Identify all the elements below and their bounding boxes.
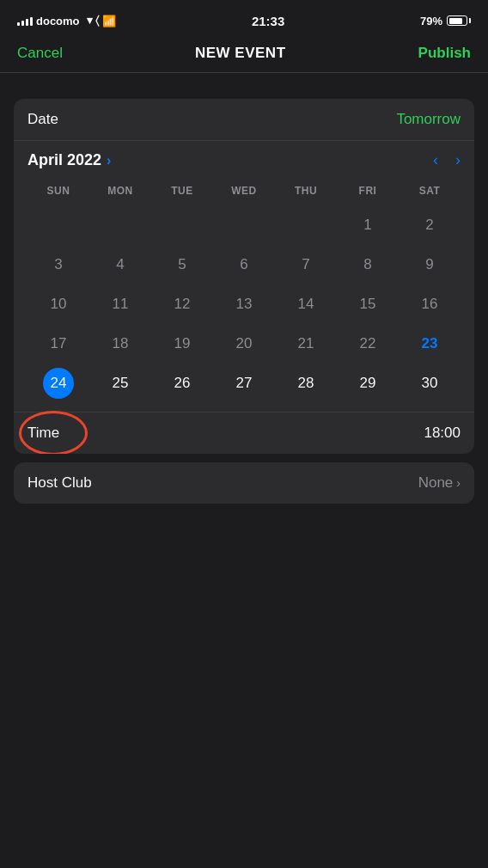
signal-icon bbox=[17, 15, 33, 26]
cal-day-24[interactable]: 24 bbox=[27, 365, 89, 401]
cal-cell-empty bbox=[213, 207, 275, 243]
cal-day-10[interactable]: 10 bbox=[27, 286, 89, 322]
cal-day-12[interactable]: 12 bbox=[151, 286, 213, 322]
calendar-grid: 1 2 3 4 5 6 7 8 9 10 11 12 13 14 15 16 1… bbox=[27, 207, 461, 401]
nav-bar: Cancel NEW EVENT Publish bbox=[0, 38, 488, 72]
cal-day-27[interactable]: 27 bbox=[213, 365, 275, 401]
date-header-row: Date Tomorrow bbox=[14, 99, 474, 141]
battery-icon bbox=[447, 15, 471, 26]
date-value: Tomorrow bbox=[396, 111, 461, 128]
cal-day-6[interactable]: 6 bbox=[213, 247, 275, 283]
cal-day-19[interactable]: 19 bbox=[151, 326, 213, 362]
cal-day-16[interactable]: 16 bbox=[399, 286, 461, 322]
calendar: April 2022 › ‹ › SUN MON TUE WED THU FRI… bbox=[14, 141, 474, 412]
day-header-sat: SAT bbox=[399, 181, 461, 200]
cal-cell-empty bbox=[27, 207, 89, 243]
day-header-tue: TUE bbox=[151, 181, 213, 200]
cal-day-4[interactable]: 4 bbox=[89, 247, 151, 283]
cal-day-7[interactable]: 7 bbox=[275, 247, 337, 283]
date-label: Date bbox=[27, 111, 58, 128]
cal-day-20[interactable]: 20 bbox=[213, 326, 275, 362]
day-header-mon: MON bbox=[89, 181, 151, 200]
time-row[interactable]: Time 18:00 bbox=[14, 412, 474, 454]
month-row: April 2022 › ‹ › bbox=[27, 151, 461, 169]
month-expand-icon[interactable]: › bbox=[107, 153, 111, 168]
status-time: 21:33 bbox=[252, 14, 284, 28]
cancel-button[interactable]: Cancel bbox=[17, 45, 63, 62]
cal-day-17[interactable]: 17 bbox=[27, 326, 89, 362]
page-title: NEW EVENT bbox=[195, 45, 286, 62]
cal-day-2[interactable]: 2 bbox=[399, 207, 461, 243]
day-header-thu: THU bbox=[275, 181, 337, 200]
month-title: April 2022 › bbox=[27, 151, 111, 169]
day-headers: SUN MON TUE WED THU FRI SAT bbox=[27, 181, 461, 200]
date-calendar-card: Date Tomorrow April 2022 › ‹ › SUN MON T… bbox=[14, 99, 474, 454]
cal-day-13[interactable]: 13 bbox=[213, 286, 275, 322]
battery-percent: 79% bbox=[420, 15, 442, 28]
status-bar: docomo ▾︎ 〈 📶 21:33 79% bbox=[0, 0, 488, 38]
next-month-button[interactable]: › bbox=[455, 151, 461, 169]
cal-day-9[interactable]: 9 bbox=[399, 247, 461, 283]
day-header-sun: SUN bbox=[27, 181, 89, 200]
day-header-wed: WED bbox=[213, 181, 275, 200]
wifi-symbol: 📶 bbox=[102, 15, 116, 28]
host-club-chevron-icon: › bbox=[456, 476, 461, 490]
cal-day-25[interactable]: 25 bbox=[89, 365, 151, 401]
cal-day-3[interactable]: 3 bbox=[27, 247, 89, 283]
host-club-value: None › bbox=[418, 474, 461, 492]
time-value: 18:00 bbox=[424, 425, 461, 442]
cal-day-15[interactable]: 15 bbox=[337, 286, 399, 322]
cal-cell-empty bbox=[89, 207, 151, 243]
cal-day-1[interactable]: 1 bbox=[337, 207, 399, 243]
month-nav-arrows: ‹ › bbox=[433, 151, 461, 169]
cal-day-14[interactable]: 14 bbox=[275, 286, 337, 322]
carrier-label: docomo bbox=[36, 15, 80, 28]
status-right: 79% bbox=[420, 15, 471, 28]
cal-day-28[interactable]: 28 bbox=[275, 365, 337, 401]
host-club-none: None bbox=[418, 474, 454, 492]
cal-cell-empty bbox=[275, 207, 337, 243]
cal-day-23[interactable]: 23 bbox=[399, 326, 461, 362]
cal-day-21[interactable]: 21 bbox=[275, 326, 337, 362]
spacer bbox=[0, 73, 488, 90]
host-club-label: Host Club bbox=[27, 474, 92, 492]
cal-day-18[interactable]: 18 bbox=[89, 326, 151, 362]
time-label: Time bbox=[27, 425, 59, 442]
cal-day-11[interactable]: 11 bbox=[89, 286, 151, 322]
host-club-row[interactable]: Host Club None › bbox=[14, 462, 474, 504]
publish-button[interactable]: Publish bbox=[418, 45, 471, 62]
cal-cell-empty bbox=[151, 207, 213, 243]
cal-day-5[interactable]: 5 bbox=[151, 247, 213, 283]
wifi-icon: ▾︎ 〈 bbox=[87, 14, 100, 28]
prev-month-button[interactable]: ‹ bbox=[433, 151, 438, 169]
day-header-fri: FRI bbox=[337, 181, 399, 200]
cal-day-30[interactable]: 30 bbox=[399, 365, 461, 401]
cal-day-29[interactable]: 29 bbox=[337, 365, 399, 401]
status-left: docomo ▾︎ 〈 📶 bbox=[17, 14, 116, 28]
cal-day-26[interactable]: 26 bbox=[151, 365, 213, 401]
cal-day-8[interactable]: 8 bbox=[337, 247, 399, 283]
cal-day-22[interactable]: 22 bbox=[337, 326, 399, 362]
